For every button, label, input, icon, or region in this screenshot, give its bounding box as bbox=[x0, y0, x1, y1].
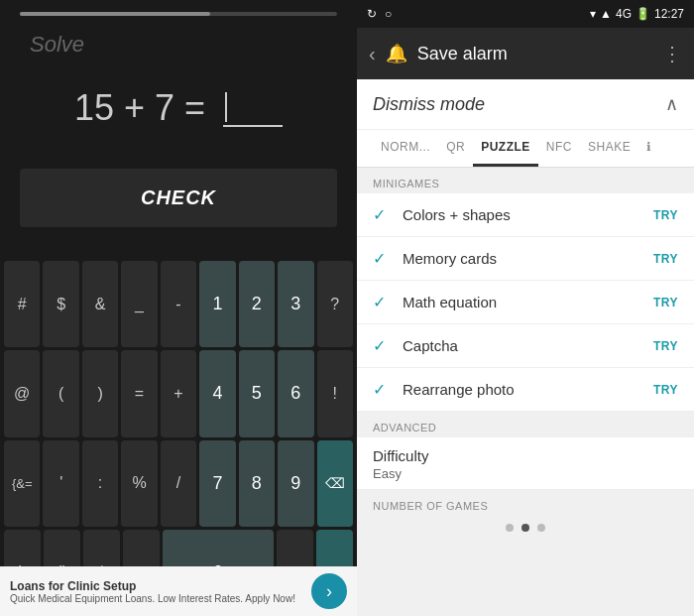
minigame-item-rearrange[interactable]: ✓ Rearrange photo TRY bbox=[357, 368, 694, 412]
status-icon-circle: ○ bbox=[385, 7, 392, 21]
minigame-name-rearrange: Rearrange photo bbox=[403, 381, 653, 398]
time-display: 12:27 bbox=[654, 7, 684, 21]
dot-2 bbox=[521, 524, 529, 532]
minigame-name-colors: Colors + shapes bbox=[403, 206, 653, 223]
key-slash[interactable]: / bbox=[161, 440, 196, 527]
minigame-name-memory: Memory cards bbox=[403, 250, 653, 267]
key-quote[interactable]: ' bbox=[43, 440, 78, 527]
back-button[interactable]: ‹ bbox=[369, 43, 376, 65]
key-lparen[interactable]: ( bbox=[43, 350, 78, 436]
num-games-label: Number of games bbox=[357, 490, 694, 516]
minigame-item-colors-shapes[interactable]: ✓ Colors + shapes TRY bbox=[357, 193, 694, 237]
tab-norm[interactable]: NORM... bbox=[373, 130, 438, 167]
key-8[interactable]: 8 bbox=[239, 440, 275, 527]
tab-shake[interactable]: SHAKE bbox=[580, 130, 638, 167]
ad-subtitle: Quick Medical Equipment Loans. Low Inter… bbox=[10, 593, 311, 604]
key-1[interactable]: 1 bbox=[199, 261, 235, 347]
try-button-colors[interactable]: TRY bbox=[653, 208, 678, 222]
ad-bar[interactable]: Loans for Clinic Setup Quick Medical Equ… bbox=[0, 566, 357, 616]
data-icon: 4G bbox=[616, 7, 632, 21]
status-left: ↻ ○ bbox=[367, 7, 392, 21]
key-hash[interactable]: # bbox=[4, 261, 40, 347]
right-panel: ↻ ○ ▾ ▲ 4G 🔋 12:27 ‹ 🔔 Save alarm ⋮ Dism… bbox=[357, 0, 694, 616]
key-brace[interactable]: {&= bbox=[4, 440, 40, 527]
keyboard-row-3: {&= ' : % / 7 8 9 ⌫ bbox=[4, 440, 353, 527]
check-icon-colors: ✓ bbox=[373, 205, 393, 224]
key-rparen[interactable]: ) bbox=[82, 350, 118, 436]
key-7[interactable]: 7 bbox=[199, 440, 235, 527]
key-colon[interactable]: : bbox=[82, 440, 118, 527]
difficulty-value: Easy bbox=[373, 466, 678, 481]
progress-bar-bg bbox=[20, 12, 337, 16]
tab-info[interactable]: ℹ bbox=[638, 130, 660, 167]
status-right: ▾ ▲ 4G 🔋 12:27 bbox=[590, 7, 684, 21]
ad-arrow[interactable]: › bbox=[311, 573, 347, 609]
dismiss-section: Dismiss mode ∧ NORM... QR PUZZLE NFC SHA… bbox=[357, 79, 694, 168]
answer-underline bbox=[223, 89, 283, 127]
ad-title: Loans for Clinic Setup bbox=[10, 579, 311, 593]
progress-bar-fill bbox=[20, 12, 210, 16]
equation-text: 15 + 7 = bbox=[74, 87, 205, 129]
top-bar-title: Save alarm bbox=[417, 44, 652, 64]
key-3[interactable]: 3 bbox=[278, 261, 313, 347]
dismiss-title: Dismiss mode bbox=[373, 94, 485, 115]
key-5[interactable]: 5 bbox=[239, 350, 275, 436]
menu-button[interactable]: ⋮ bbox=[662, 42, 682, 65]
tab-puzzle[interactable]: PUZZLE bbox=[473, 130, 538, 167]
try-button-rearrange[interactable]: TRY bbox=[653, 383, 678, 397]
key-4[interactable]: 4 bbox=[199, 350, 235, 436]
dismiss-header[interactable]: Dismiss mode ∧ bbox=[357, 79, 694, 130]
key-percent[interactable]: % bbox=[121, 440, 157, 527]
bottom-dots bbox=[357, 516, 694, 540]
solve-label: Solve bbox=[0, 20, 357, 77]
minigames-section-label: MINIGAMES bbox=[357, 168, 694, 193]
difficulty-title: Difficulty bbox=[373, 447, 678, 464]
key-2[interactable]: 2 bbox=[239, 261, 275, 347]
key-at[interactable]: @ bbox=[4, 350, 40, 436]
equation-area: 15 + 7 = bbox=[0, 77, 357, 169]
left-panel: Solve 15 + 7 = CHECK # $ & _ - 1 2 3 ? @… bbox=[0, 0, 357, 616]
status-icon-refresh: ↻ bbox=[367, 7, 377, 21]
try-button-math[interactable]: TRY bbox=[653, 296, 678, 309]
tab-qr[interactable]: QR bbox=[438, 130, 473, 167]
key-question[interactable]: ? bbox=[317, 261, 353, 347]
key-9[interactable]: 9 bbox=[278, 440, 313, 527]
advanced-section-label: ADVANCED bbox=[357, 412, 694, 437]
try-button-captcha[interactable]: TRY bbox=[653, 339, 678, 353]
keyboard: # $ & _ - 1 2 3 ? @ ( ) = + 4 5 6 ! {&= … bbox=[0, 257, 357, 616]
minigame-item-memory[interactable]: ✓ Memory cards TRY bbox=[357, 237, 694, 281]
signal-icon: ▲ bbox=[600, 7, 612, 21]
minigame-item-captcha[interactable]: ✓ Captcha TRY bbox=[357, 324, 694, 368]
cursor bbox=[225, 92, 227, 122]
dismiss-chevron-icon: ∧ bbox=[665, 93, 678, 115]
minigame-name-math: Math equation bbox=[403, 294, 653, 310]
key-underscore[interactable]: _ bbox=[121, 261, 157, 347]
keyboard-row-2: @ ( ) = + 4 5 6 ! bbox=[4, 350, 353, 436]
check-button[interactable]: CHECK bbox=[20, 169, 337, 227]
wifi-icon: ▾ bbox=[590, 7, 596, 21]
key-equals[interactable]: = bbox=[121, 350, 157, 436]
key-plus[interactable]: + bbox=[161, 350, 196, 436]
check-icon-rearrange: ✓ bbox=[373, 380, 393, 399]
backspace-key[interactable]: ⌫ bbox=[317, 440, 353, 527]
key-minus[interactable]: - bbox=[161, 261, 196, 347]
minigame-name-captcha: Captcha bbox=[403, 337, 653, 354]
dot-1 bbox=[506, 524, 514, 532]
ad-text-area: Loans for Clinic Setup Quick Medical Equ… bbox=[10, 579, 311, 604]
key-amp[interactable]: & bbox=[82, 261, 118, 347]
status-bar: ↻ ○ ▾ ▲ 4G 🔋 12:27 bbox=[357, 0, 694, 28]
top-bar: ‹ 🔔 Save alarm ⋮ bbox=[357, 28, 694, 79]
key-dollar[interactable]: $ bbox=[43, 261, 78, 347]
minigame-item-math[interactable]: ✓ Math equation TRY bbox=[357, 281, 694, 324]
progress-bar-container bbox=[0, 0, 357, 20]
key-6[interactable]: 6 bbox=[278, 350, 313, 436]
mode-tabs: NORM... QR PUZZLE NFC SHAKE ℹ bbox=[357, 130, 694, 168]
try-button-memory[interactable]: TRY bbox=[653, 252, 678, 266]
tab-nfc[interactable]: NFC bbox=[538, 130, 580, 167]
difficulty-item[interactable]: Difficulty Easy bbox=[357, 437, 694, 490]
check-icon-math: ✓ bbox=[373, 293, 393, 311]
dot-3 bbox=[537, 524, 545, 532]
bell-icon: 🔔 bbox=[386, 43, 407, 64]
keyboard-row-1: # $ & _ - 1 2 3 ? bbox=[4, 261, 353, 347]
key-exclaim[interactable]: ! bbox=[317, 350, 353, 436]
